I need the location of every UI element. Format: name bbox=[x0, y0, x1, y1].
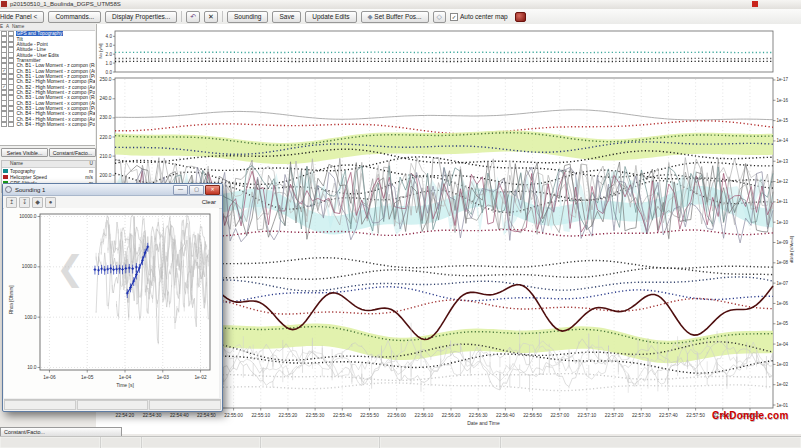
svg-text:22:57:20: 22:57:20 bbox=[605, 413, 624, 418]
tree-item-label: Ch. B3 - Low Moment - x compon (Posi bbox=[16, 106, 95, 111]
legend-row[interactable]: Helicopter Speedm/s bbox=[2, 174, 95, 180]
tree-item[interactable]: Ch. B4 - High Moment - x compo (Posi bbox=[0, 122, 95, 127]
svg-text:1e-07: 1e-07 bbox=[777, 281, 789, 286]
svg-text:1e-03: 1e-03 bbox=[157, 375, 170, 380]
legend-row[interactable]: Topographym bbox=[2, 168, 95, 174]
tree-item-label: Ch. B4 - High Moment - x compo (Ave bbox=[16, 117, 95, 122]
svg-text:22:54:20: 22:54:20 bbox=[116, 413, 135, 418]
series-name: Helicopter Speed bbox=[10, 175, 79, 180]
svg-text:230.0: 230.0 bbox=[99, 115, 111, 120]
status-segment bbox=[501, 437, 801, 448]
svg-text:1e-06: 1e-06 bbox=[43, 375, 56, 380]
pin-down-icon[interactable]: ↧ bbox=[19, 197, 30, 208]
tree-rows: GPS and TopographyTiltAltitude - PointAl… bbox=[0, 31, 95, 127]
constant-factor-button[interactable]: Constant/Facto... bbox=[49, 148, 96, 157]
svg-text:1000.0: 1000.0 bbox=[22, 264, 37, 269]
sounding-statusbar bbox=[4, 399, 221, 410]
close-icon[interactable]: ✕ bbox=[205, 185, 220, 195]
tree-item-label: Ch. B3 - Low Moment - x compon (Raw bbox=[16, 95, 95, 100]
tree-item-label: Altitude - Line bbox=[16, 47, 47, 52]
tree-checkbox[interactable] bbox=[8, 122, 14, 127]
svg-text:22:56:40: 22:56:40 bbox=[496, 413, 515, 418]
sounding-window-icon bbox=[5, 186, 12, 193]
prev-sounding-icon: ❮ bbox=[56, 249, 85, 289]
clear-button[interactable]: Clear bbox=[202, 199, 219, 205]
svg-text:1e-05: 1e-05 bbox=[81, 375, 94, 380]
svg-text:22:57:00: 22:57:00 bbox=[550, 413, 569, 418]
tree-item-label: Altitude - Point bbox=[16, 42, 49, 47]
tree-item-label: Ch. B2 - High Moment - z compo (Posi bbox=[16, 90, 95, 95]
series-color-swatch bbox=[3, 175, 8, 179]
status-segment bbox=[261, 437, 380, 448]
svg-text:200.0: 200.0 bbox=[99, 173, 111, 178]
svg-text:22:57:30: 22:57:30 bbox=[632, 413, 651, 418]
svg-text:1e-03: 1e-03 bbox=[777, 362, 789, 367]
svg-text:22:56:30: 22:56:30 bbox=[469, 413, 488, 418]
tree-item-label: Ch. B2 - High Moment - z compo (Ave bbox=[16, 85, 95, 90]
svg-text:250.0: 250.0 bbox=[99, 77, 111, 82]
tree-item-label: Ch. B1 - Low Moment - z compon (Raw bbox=[16, 63, 95, 68]
svg-text:1e-14: 1e-14 bbox=[777, 138, 789, 143]
svg-text:22:55:40: 22:55:40 bbox=[333, 413, 352, 418]
svg-text:22:56:10: 22:56:10 bbox=[414, 413, 433, 418]
tree-checkbox[interactable] bbox=[1, 122, 7, 127]
svg-text:22:54:50: 22:54:50 bbox=[197, 413, 216, 418]
sounding-titlebar[interactable]: Sounding 1 — ▢ ✕ bbox=[3, 184, 222, 196]
svg-text:22:55:00: 22:55:00 bbox=[224, 413, 243, 418]
svg-text:22:56:00: 22:56:00 bbox=[387, 413, 406, 418]
svg-text:100.0: 100.0 bbox=[24, 315, 36, 320]
series-visible-button[interactable]: Series Visible... bbox=[1, 148, 48, 157]
legend-header: Name U bbox=[2, 161, 95, 168]
legend-unit-header: U bbox=[79, 161, 95, 167]
status-cell bbox=[149, 400, 221, 410]
status-cell bbox=[4, 400, 76, 410]
status-segment bbox=[0, 437, 101, 448]
maximize-icon[interactable]: ▢ bbox=[189, 185, 204, 195]
tree-col-name: Name bbox=[12, 24, 95, 30]
svg-text:No [y/d]: No [y/d] bbox=[98, 43, 103, 58]
svg-text:1e-13: 1e-13 bbox=[777, 159, 789, 164]
svg-text:220.0: 220.0 bbox=[99, 135, 111, 140]
svg-text:Rhoa [Ohmm]: Rhoa [Ohmm] bbox=[9, 286, 14, 315]
svg-text:22:56:20: 22:56:20 bbox=[442, 413, 461, 418]
tree-item-label: Tilt bbox=[16, 37, 24, 42]
sounding-toolbar-icons: ↥↧◆● bbox=[6, 197, 56, 208]
svg-text:1e-01: 1e-01 bbox=[777, 403, 789, 408]
svg-text:2.0: 2.0 bbox=[106, 52, 113, 57]
tree-item-label: Ch. B1 - Low Moment - z compon (Ave bbox=[16, 69, 95, 74]
point-icon[interactable]: ● bbox=[45, 197, 56, 208]
pin-up-icon[interactable]: ↥ bbox=[6, 197, 17, 208]
series-color-swatch bbox=[3, 169, 8, 173]
status-cell bbox=[77, 400, 149, 410]
svg-text:1e-04: 1e-04 bbox=[119, 375, 132, 380]
svg-text:1e-15: 1e-15 bbox=[777, 118, 789, 123]
tree-item-label: Ch. B3 - Low Moment - x compon (Ave bbox=[16, 101, 95, 106]
svg-text:22:55:30: 22:55:30 bbox=[306, 413, 325, 418]
svg-text:22:56:50: 22:56:50 bbox=[523, 413, 542, 418]
app-statusbar bbox=[0, 436, 801, 448]
svg-text:3.0: 3.0 bbox=[106, 43, 113, 48]
svg-text:1.0: 1.0 bbox=[106, 61, 113, 66]
crkdongle-watermark: CrkDongle.com bbox=[712, 410, 789, 421]
svg-text:1e-04: 1e-04 bbox=[777, 342, 789, 347]
app-window: p20150510_1_Boulinda_DGPS_UTM58S Hide Pa… bbox=[0, 0, 801, 448]
tree-item-label: GPS and Topography bbox=[16, 31, 64, 36]
sounding-chart[interactable]: 1e-061e-051e-041e-031e-02Time [s]10000.0… bbox=[4, 208, 219, 398]
svg-text:10.0: 10.0 bbox=[27, 365, 37, 370]
sounding-window[interactable]: Sounding 1 — ▢ ✕ ↥↧◆● Clear 1e-061e-051e… bbox=[2, 183, 223, 412]
svg-text:1e-06: 1e-06 bbox=[777, 301, 789, 306]
svg-text:1e-08: 1e-08 bbox=[777, 260, 789, 265]
svg-text:1e-02: 1e-02 bbox=[777, 382, 789, 387]
svg-text:22:57:10: 22:57:10 bbox=[578, 413, 597, 418]
data-tree[interactable]: E A Name GPS and TopographyTiltAltitude … bbox=[0, 24, 95, 146]
tree-item-label: Ch. B4 - High Moment - x compo (Posi bbox=[16, 122, 95, 127]
svg-text:1e-09: 1e-09 bbox=[777, 240, 789, 245]
svg-text:22:57:40: 22:57:40 bbox=[659, 413, 678, 418]
svg-text:1e-11: 1e-11 bbox=[777, 199, 789, 204]
minimize-icon[interactable]: — bbox=[173, 185, 188, 195]
svg-text:22:55:20: 22:55:20 bbox=[279, 413, 298, 418]
tree-item-label: Ch. B2 - High Moment - z compo (Raw bbox=[16, 79, 95, 84]
svg-text:10000.0: 10000.0 bbox=[19, 214, 37, 219]
marker-icon[interactable]: ◆ bbox=[32, 197, 43, 208]
panel-buttons: Series Visible... Constant/Facto... bbox=[0, 148, 96, 157]
